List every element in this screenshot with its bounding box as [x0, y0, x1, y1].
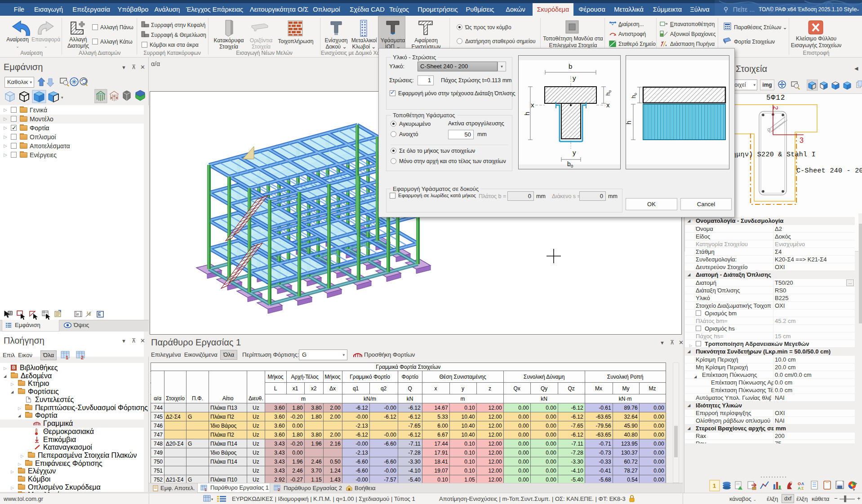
svg-text:Α: Α: [798, 486, 801, 491]
svg-text:▾: ▾: [211, 497, 213, 501]
svg-text:3: 3: [800, 137, 804, 144]
svg-text:y: y: [573, 74, 576, 82]
svg-text:Σ: Σ: [801, 486, 804, 491]
svg-text:x: x: [531, 101, 534, 109]
svg-text:2: 2: [278, 487, 280, 491]
svg-text:▾: ▾: [61, 95, 63, 100]
svg-text:C-Sheet 240 - 200: C-Sheet 240 - 200: [796, 167, 862, 175]
svg-text:bo: bo: [567, 160, 573, 168]
svg-text:Ο: Ο: [798, 482, 801, 486]
svg-text:Λ: Λ: [801, 482, 804, 486]
svg-text:1: 1: [66, 355, 68, 360]
svg-text:b: b: [569, 62, 572, 70]
svg-text:2: 2: [772, 106, 780, 110]
svg-text:h: h: [523, 112, 531, 115]
svg-text:ho: ho: [630, 93, 638, 98]
svg-text:1: 1: [713, 482, 716, 489]
svg-text:E: E: [98, 312, 101, 317]
svg-text:h: h: [626, 121, 632, 124]
svg-text:2: 2: [81, 355, 84, 360]
svg-text:ήμην) S220 & Stahl I: ήμην) S220 & Stahl I: [732, 151, 816, 159]
svg-text:d: d: [77, 312, 79, 316]
svg-text:y: y: [573, 149, 576, 156]
svg-text:ho: ho: [604, 90, 612, 96]
svg-text:5Φ12: 5Φ12: [766, 94, 785, 102]
svg-text:x: x: [606, 101, 610, 109]
svg-text:1: 1: [204, 487, 207, 491]
